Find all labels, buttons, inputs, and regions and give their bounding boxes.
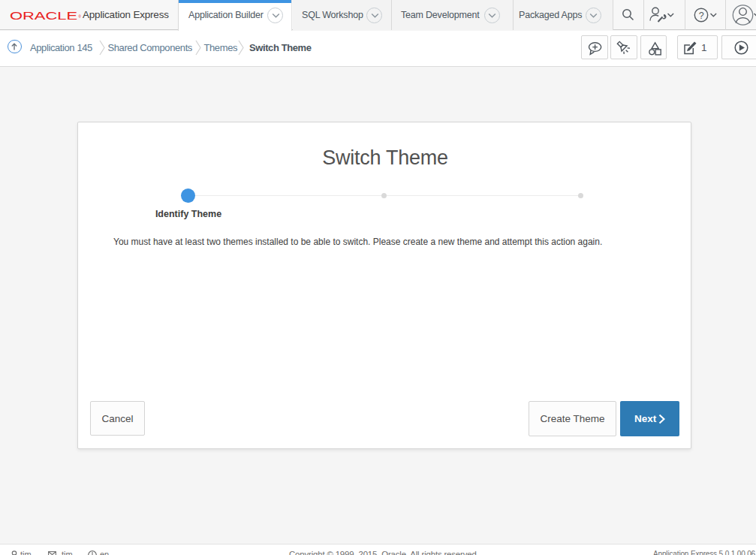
svg-text:?: ? [699,11,704,21]
svg-text:ORACLE: ORACLE [10,9,77,22]
svg-text:®: ® [79,14,82,19]
